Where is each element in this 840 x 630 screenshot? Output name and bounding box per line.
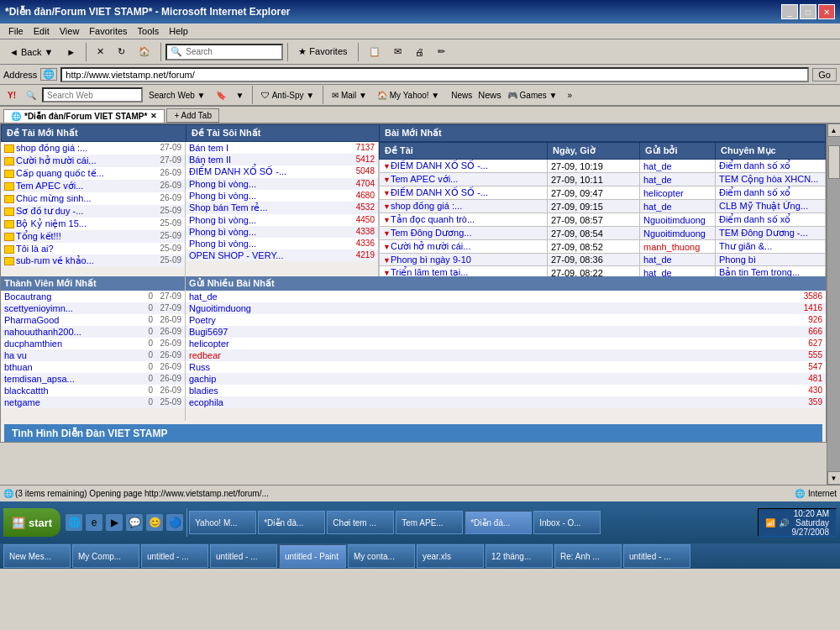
member-link[interactable]: nahouuthanh200... [4,327,81,337]
misc-launch-icon2[interactable]: 🔵 [166,514,183,531]
category-link[interactable]: TEM Đông Dương -... [719,228,808,238]
refresh-button[interactable]: ↻ [112,44,131,60]
topic-link[interactable]: shop đồng giá :... [16,143,87,153]
taskbar2-item-mycomp[interactable]: My Comp... [72,544,139,568]
poster-link[interactable]: hat_de [189,291,218,302]
topic-link[interactable]: sub-rum về khảo... [16,255,94,265]
hot-topic-link[interactable]: Phong bì vòng... [189,215,256,225]
taskbar2-item-mycon[interactable]: My conta... [348,544,415,568]
author-link[interactable]: manh_thuong [643,242,700,252]
member-link[interactable]: scettyenioyimn... [4,303,73,313]
author-link[interactable]: hat_de [643,161,672,171]
category-link[interactable]: Bản tin Tem trong... [719,267,800,276]
ie-launch-icon[interactable]: 🌐 [66,514,82,531]
poster-link[interactable]: redbear [189,350,221,360]
menu-favorites[interactable]: Favorites [86,25,130,37]
taskbar2-item-newmes[interactable]: New Mes... [3,544,71,568]
topic-link[interactable]: Tem APEC với... [16,181,83,191]
menu-view[interactable]: View [56,25,83,37]
author-link[interactable]: Nguoitimduong [643,215,706,225]
author-link[interactable]: hat_de [643,268,672,277]
scroll-up-button[interactable]: ▲ [827,123,841,137]
poster-link[interactable]: helicopter [189,339,229,349]
taskbar-item-dien1[interactable]: *Diễn đà... [258,511,325,534]
taskbar2-item-untitled3[interactable]: untitled - ... [623,544,690,568]
hot-topic-link[interactable]: Phong bì vòng... [189,179,256,189]
hot-topic-link[interactable]: OPEN SHOP - VERY... [189,250,284,260]
tab-close-button[interactable]: ✕ [150,112,157,120]
menu-edit[interactable]: Edit [30,25,53,37]
lp-link[interactable]: Phong bì ngày 9-10 [391,255,471,265]
topic-link[interactable]: Sơ đồ tư duy -... [16,206,83,216]
lp-link[interactable]: Tản đọc quanh trò... [391,214,475,224]
yahoo-mail-button[interactable]: ✉ Mail ▼ [328,89,371,102]
taskbar2-item-untitled1[interactable]: untitled - ... [141,544,208,568]
taskbar2-item-reanh[interactable]: Re: Anh ... [554,544,622,568]
hot-topic-link[interactable]: Bán tem II [189,155,231,165]
topic-link[interactable]: Cười hở mười cái... [16,155,97,165]
mail-button[interactable]: ✉ [388,44,407,60]
topic-link[interactable]: Tôi là ai? [16,244,54,254]
back-button[interactable]: ◄ Back ▼ [3,45,59,60]
scroll-track[interactable] [827,137,841,471]
yahoo-games-button[interactable]: 🎮 Games ▼ [503,89,562,102]
yahoo-search-web-btn[interactable]: 🔍 [22,89,40,102]
print-button[interactable]: 🖨 [409,45,430,60]
yahoo-options-button[interactable]: ▼ [232,89,249,102]
lp-link[interactable]: Cười hở mười cái... [391,241,471,251]
category-link[interactable]: TEM Cộng hòa XHCN... [719,174,818,184]
edit-button[interactable]: ✏ [432,44,451,60]
hot-topic-link[interactable]: Bán tem I [189,143,228,153]
member-link[interactable]: ducphamthien [4,339,62,349]
poster-link[interactable]: Nguoitimduong [189,303,251,313]
close-button[interactable]: ✕ [818,4,835,19]
maximize-button[interactable]: □ [800,4,816,19]
topic-link[interactable]: Cấp quang quốc tế... [16,168,104,178]
menu-file[interactable]: File [5,25,27,37]
category-link[interactable]: CLB Mỹ Thuật Ứng... [719,201,808,211]
lp-link[interactable]: shop đồng giá :... [391,201,462,211]
member-link[interactable]: netgame [4,397,40,407]
menu-tools[interactable]: Tools [134,25,163,37]
poster-link[interactable]: Russ [189,362,210,372]
add-tab-button[interactable]: + Add Tab [166,108,219,123]
yahoo-my-yahoo-button[interactable]: 🏠 My Yahoo! ▼ [373,89,444,102]
address-input[interactable] [60,67,809,82]
minimize-button[interactable]: _ [781,4,798,19]
yahoo-home-button[interactable]: Y! [3,89,20,102]
taskbar-item-inbox[interactable]: Inbox - O... [533,511,601,534]
stop-button[interactable]: ✕ [91,44,110,60]
taskbar2-item-paint[interactable]: untitled - Paint [279,544,346,568]
active-tab[interactable]: 🌐 *Diễn đàn/Forum VIET STAMP* ✕ [3,109,165,123]
history-button[interactable]: 📋 [363,44,386,60]
topic-link[interactable]: Tổng kết!!! [16,231,61,241]
lp-link[interactable]: Tem APEC với... [391,174,458,184]
yahoo-search-button[interactable]: Search Web ▼ [144,89,210,102]
yahoo-search-input[interactable] [42,87,143,102]
yahoo-more-button[interactable]: » [564,89,577,102]
misc-launch-icon[interactable]: 😊 [146,514,163,531]
taskbar-item-choi[interactable]: Chơi tem ... [327,511,394,534]
lp-link[interactable]: Tem Đông Dương... [391,228,472,238]
hot-topic-link[interactable]: Phong bì vòng... [189,191,256,201]
author-link[interactable]: helicopter [643,188,684,198]
poster-link[interactable]: ecophila [189,397,223,407]
member-link[interactable]: temdisan_apsa... [4,374,75,384]
category-link[interactable]: Điểm danh số xổ [719,160,790,171]
category-link[interactable]: Phong bì [719,255,756,265]
hot-topic-link[interactable]: Phong bì vòng... [189,227,256,237]
poster-link[interactable]: gachip [189,374,216,384]
poster-link[interactable]: Poetry [189,315,216,325]
taskbar-item-tem[interactable]: Tem APE... [396,511,463,534]
poster-link[interactable]: Bugi5697 [189,327,228,337]
messenger-launch-icon[interactable]: 💬 [126,514,143,531]
scroll-thumb[interactable] [828,145,840,179]
hot-topic-link[interactable]: Phong bì vòng... [189,239,256,249]
yahoo-bookmark-button[interactable]: 🔖 [212,89,230,102]
lp-link[interactable]: Triển lãm tem tại... [391,267,468,276]
topic-link[interactable]: Bộ Kỷ niệm 15... [16,218,87,228]
topic-link[interactable]: Chúc mừng sinh... [16,193,92,203]
author-link[interactable]: hat_de [643,202,672,212]
member-link[interactable]: ha vu [4,350,27,360]
category-link[interactable]: Điểm danh số xổ [719,187,790,197]
